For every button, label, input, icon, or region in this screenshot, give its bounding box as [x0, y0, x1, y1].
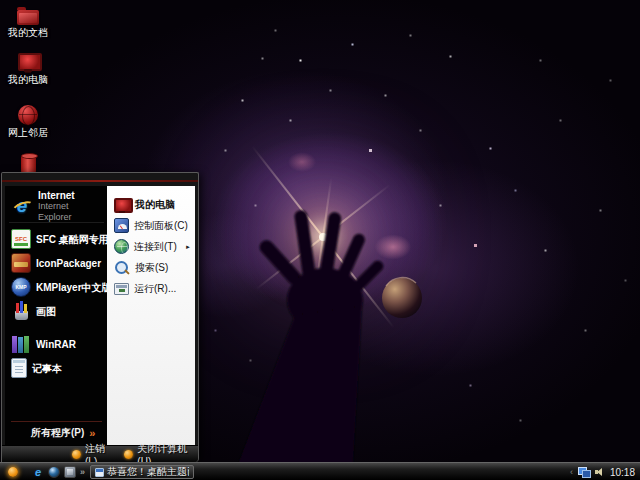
- network-tray-icon[interactable]: [578, 467, 590, 477]
- turn-off-icon: [124, 450, 133, 459]
- start-item-internet[interactable]: Internet Internet Explorer: [9, 193, 104, 223]
- network-places-icon: [18, 105, 38, 125]
- item-label: 连接到(T): [134, 240, 177, 254]
- task-button-label: 恭喜您！桌酷主题已...: [107, 465, 189, 479]
- hide-icons-chevron[interactable]: ‹: [570, 467, 573, 477]
- internet-explorer-icon: [11, 195, 33, 217]
- desktop-icon-recycle-bin[interactable]: [2, 152, 54, 174]
- start-item-paint[interactable]: 画图: [9, 299, 104, 323]
- item-subtitle: Internet Explorer: [38, 201, 102, 223]
- system-tray: ‹ 10:18: [567, 463, 638, 480]
- menu-accent-line: [2, 180, 198, 182]
- desktop-icon-my-documents[interactable]: 我的文档: [2, 3, 54, 38]
- item-title: IconPackager: [36, 258, 101, 269]
- control-panel-icon: [114, 218, 129, 233]
- connect-to-icon: [114, 239, 129, 254]
- quick-launch-overflow-chevron[interactable]: »: [80, 467, 85, 477]
- item-title: 画图: [36, 306, 56, 317]
- log-off-icon: [72, 450, 81, 459]
- item-title: WinRAR: [36, 339, 76, 350]
- desktop-icon-label: 我的电脑: [2, 74, 54, 85]
- recycle-bin-icon: [21, 154, 36, 174]
- quick-launch-show-desktop-icon[interactable]: [64, 466, 76, 478]
- start-menu-left-column: Internet Internet Explorer SFC 桌酷网专用版 Ic…: [5, 186, 107, 445]
- start-item-winrar[interactable]: WinRAR: [9, 332, 104, 356]
- planet: [382, 278, 422, 318]
- submenu-arrow-icon: ►: [185, 244, 191, 250]
- desktop-icon-my-computer[interactable]: 我的电脑: [2, 50, 54, 85]
- all-programs-label: 所有程序(P): [31, 426, 84, 440]
- winrar-icon: [11, 334, 31, 354]
- start-menu-right-column: 我的电脑 控制面板(C) 连接到(T) ► 搜索(S) 运行(R).: [107, 186, 195, 445]
- start-menu: Internet Internet Explorer SFC 桌酷网专用版 Ic…: [1, 172, 199, 462]
- start-item-control-panel[interactable]: 控制面板(C): [112, 215, 193, 236]
- start-item-run[interactable]: 运行(R)...: [112, 278, 193, 299]
- search-icon: [114, 260, 130, 276]
- desktop-icon-network-places[interactable]: 网上邻居: [2, 103, 54, 138]
- my-documents-icon: [17, 10, 39, 25]
- all-programs-button[interactable]: 所有程序(P) »: [11, 421, 102, 442]
- desktop-icon-label: 我的文档: [2, 27, 54, 38]
- taskbar: » 恭喜您！桌酷主题已... ‹ 10:18: [0, 462, 640, 480]
- item-title: Internet: [38, 190, 102, 201]
- item-label: 搜索(S): [135, 261, 168, 275]
- item-title: KMPlayer中文版: [36, 282, 112, 293]
- start-item-my-computer[interactable]: 我的电脑: [112, 194, 193, 215]
- start-menu-bottom-bar: 注销(L) 关闭计算机(U): [2, 445, 198, 462]
- iconpackager-icon: [11, 253, 31, 273]
- start-menu-columns: Internet Internet Explorer SFC 桌酷网专用版 Ic…: [5, 186, 195, 445]
- paint-icon: [11, 301, 31, 321]
- item-title: 记事本: [32, 363, 62, 374]
- notepad-icon: [11, 358, 27, 378]
- volume-tray-icon[interactable]: [595, 467, 605, 477]
- start-button[interactable]: [8, 467, 18, 477]
- quick-launch-internet-explorer-icon[interactable]: [32, 466, 44, 478]
- desktop: 我的文档 我的电脑 网上邻居 Internet Internet Explore…: [0, 0, 640, 480]
- spacer: [9, 380, 104, 421]
- desktop-icon-label: 网上邻居: [2, 127, 54, 138]
- item-label: 我的电脑: [135, 198, 175, 212]
- item-label: 运行(R)...: [134, 282, 176, 296]
- item-label: 控制面板(C): [134, 219, 188, 233]
- start-item-sfc[interactable]: SFC 桌酷网专用版: [9, 227, 104, 251]
- my-computer-icon: [114, 197, 130, 213]
- start-item-search[interactable]: 搜索(S): [112, 257, 193, 278]
- quick-launch-globe-icon[interactable]: [48, 466, 60, 478]
- hand-silhouette: [232, 209, 385, 480]
- my-computer-icon: [17, 53, 39, 72]
- window-icon: [95, 468, 104, 477]
- start-item-notepad[interactable]: 记事本: [9, 356, 104, 380]
- run-icon: [114, 283, 129, 295]
- quick-launch: »: [32, 465, 85, 479]
- start-item-kmplayer[interactable]: KMPlayer中文版: [9, 275, 104, 299]
- sfc-icon: [11, 229, 31, 249]
- taskbar-window-button[interactable]: 恭喜您！桌酷主题已...: [90, 465, 194, 479]
- start-item-iconpackager[interactable]: IconPackager: [9, 251, 104, 275]
- double-arrow-icon: »: [89, 428, 95, 438]
- start-item-connect-to[interactable]: 连接到(T) ►: [112, 236, 193, 257]
- clock[interactable]: 10:18: [610, 467, 635, 478]
- kmplayer-icon: [11, 277, 31, 297]
